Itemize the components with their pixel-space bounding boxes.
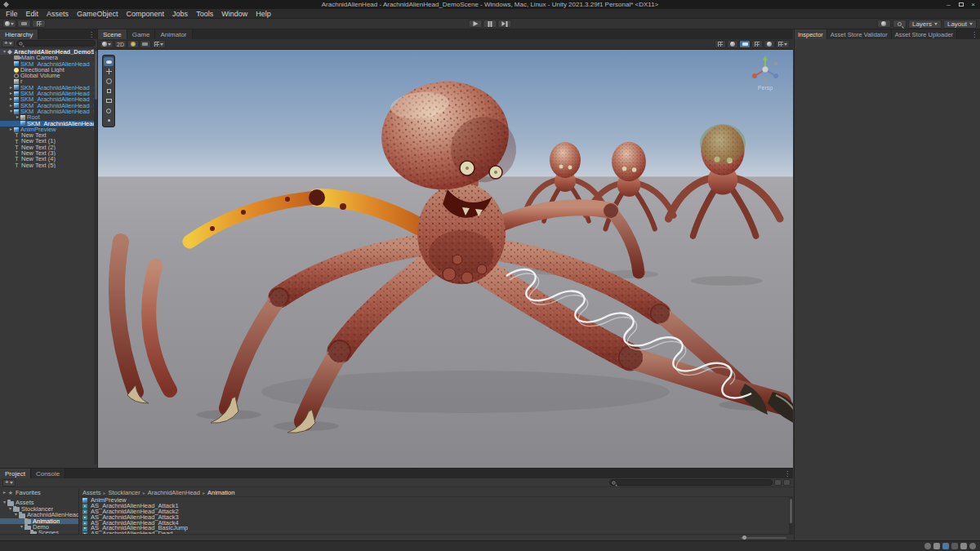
create-object-button[interactable]: + (2, 40, 15, 47)
expander-icon[interactable]: ▾ (7, 506, 13, 512)
expander-icon[interactable]: ▸ (8, 91, 14, 96)
search-button[interactable] (893, 20, 906, 28)
hierarchy-item[interactable]: ▾ArachnidAlienHead_DemoScene (0, 49, 97, 55)
menu-assets[interactable]: Assets (42, 9, 73, 18)
project-tree-item[interactable]: ▾Demo (0, 524, 78, 530)
2d-toggle-button[interactable]: 2D (114, 40, 127, 48)
menu-jobs[interactable]: Jobs (168, 9, 192, 18)
hierarchy-item[interactable]: ▸SKM_ArachnidAlienHead (4)› (0, 103, 97, 109)
hierarchy-item[interactable]: TNew Text (2) (0, 144, 97, 150)
expander-icon[interactable]: ▾ (13, 512, 19, 518)
expander-icon[interactable]: ▾ (8, 109, 14, 114)
hierarchy-item[interactable]: ▸SKM_ArachnidAlienHead (1)› (0, 85, 97, 91)
scene-toolbar-button[interactable] (715, 40, 726, 48)
scrollbar-thumb[interactable] (95, 51, 97, 100)
project-file-item[interactable]: AS_ArachnidAlienHead_Attack2 (79, 509, 793, 515)
hierarchy-item[interactable]: ▸Root (0, 114, 97, 120)
progress-icon[interactable] (924, 543, 931, 549)
version-control-button[interactable] (32, 20, 46, 28)
tab-scene[interactable]: Scene (98, 29, 127, 39)
project-file-item[interactable]: AS_ArachnidAlienHead_BasicJump (79, 526, 793, 531)
search-by-label-button[interactable] (783, 479, 791, 486)
scrollbar-thumb[interactable] (790, 499, 792, 523)
scene-orientation-gizmo[interactable]: Persp (747, 54, 783, 91)
layers-dropdown[interactable]: Layers (908, 20, 942, 29)
tab-game[interactable]: Game (127, 29, 156, 39)
cloud-button[interactable] (17, 20, 31, 28)
tab-console[interactable]: Console (31, 469, 65, 478)
scene-3d-render[interactable] (98, 39, 793, 468)
view-tool-button[interactable] (104, 57, 114, 66)
expander-icon[interactable]: ▸ (8, 96, 14, 102)
activity-indicator-icon[interactable] (969, 543, 976, 549)
lighting-toggle-button[interactable] (127, 40, 139, 48)
slider-thumb[interactable] (742, 535, 746, 540)
scale-tool-button[interactable] (104, 87, 114, 96)
breadcrumb-item[interactable]: Assets (82, 489, 101, 496)
move-tool-button[interactable] (104, 67, 114, 76)
breadcrumb-item[interactable]: Stocklancer (109, 489, 140, 496)
pause-button[interactable] (483, 20, 497, 28)
asset-zoom-slider[interactable] (741, 537, 786, 539)
expander-icon[interactable]: ▸ (8, 85, 14, 91)
expander-icon[interactable]: ▸ (15, 114, 20, 120)
project-tree-item[interactable]: ▾ArachnidAlienHead (0, 512, 78, 518)
project-tree-item[interactable]: Animation (0, 518, 78, 524)
hierarchy-item[interactable]: Directional Light (0, 67, 97, 73)
expander-icon[interactable]: ▾ (2, 500, 7, 505)
tab-asset-store-validator[interactable]: Asset Store Validator (827, 29, 892, 39)
cache-server-icon[interactable] (951, 543, 958, 549)
maximize-button[interactable] (955, 0, 967, 9)
close-button[interactable]: × (967, 0, 979, 9)
hierarchy-item[interactable]: ▸SKM_ArachnidAlienHead (2)› (0, 91, 97, 96)
hierarchy-item[interactable]: ▸SKM_ArachnidAlienHead (3)› (0, 96, 97, 102)
menu-edit[interactable]: Edit (22, 9, 43, 18)
project-tree-item[interactable]: ▾Stocklancer (0, 506, 78, 512)
expander-icon[interactable]: ▾ (19, 524, 24, 530)
scene-toolbar-button[interactable] (727, 40, 738, 48)
projection-mode-label[interactable]: Persp (747, 85, 783, 91)
project-tree-item[interactable]: ▸★Favorites (0, 490, 78, 495)
panel-menu-icon[interactable]: ⋮ (782, 469, 793, 478)
play-button[interactable] (469, 20, 483, 28)
step-button[interactable] (498, 20, 512, 28)
scene-camera-button[interactable] (739, 40, 751, 48)
draw-mode-dropdown[interactable] (100, 40, 114, 48)
project-file-item[interactable]: AnimPreview (79, 498, 793, 504)
scene-viewport[interactable]: 2D (98, 39, 793, 468)
console-log-icon[interactable] (933, 543, 940, 549)
menu-tools[interactable]: Tools (192, 9, 217, 18)
rotate-tool-button[interactable] (104, 77, 114, 86)
menu-gameobject[interactable]: GameObject (73, 9, 122, 18)
hierarchy-item[interactable]: SKM_ArachnidAlienHead (0, 121, 97, 127)
tab-project[interactable]: Project (0, 469, 31, 478)
create-asset-button[interactable]: + (2, 479, 16, 487)
hierarchy-item[interactable]: TNew Text (5) (0, 162, 97, 168)
expander-icon[interactable]: ▸ (2, 490, 7, 495)
project-file-item[interactable]: AS_ArachnidAlienHead_Attack3 (79, 515, 793, 521)
panel-menu-icon[interactable]: ⋮ (969, 29, 980, 39)
custom-tool-button[interactable] (104, 116, 114, 125)
tab-inspector[interactable]: Inspector (795, 29, 827, 39)
cloud-status-icon[interactable] (942, 543, 949, 549)
breadcrumb-item[interactable]: Animation (207, 489, 234, 496)
hierarchy-search-input[interactable] (16, 40, 96, 47)
effects-dropdown[interactable] (152, 40, 166, 48)
hierarchy-scrollbar[interactable] (94, 49, 97, 464)
hierarchy-item[interactable]: TNew Text (0, 132, 97, 138)
tab-asset-store-uploader[interactable]: Asset Store Uploader (892, 29, 957, 39)
hierarchy-item[interactable]: Main Camera (0, 55, 97, 60)
gizmos-dropdown[interactable] (776, 40, 790, 48)
hierarchy-item[interactable]: SKM_ArachnidAlienHead› (0, 61, 97, 67)
search-by-type-button[interactable] (774, 479, 782, 486)
menu-component[interactable]: Component (122, 9, 169, 18)
hierarchy-item[interactable]: Global Volume (0, 73, 97, 78)
hierarchy-item[interactable]: ▸AnimPreview› (0, 127, 97, 132)
hierarchy-item[interactable]: TNew Text (4) (0, 156, 97, 162)
project-file-item[interactable]: AS_ArachnidAlienHead_Attack4 (79, 521, 793, 527)
scene-toolbar-button[interactable] (751, 40, 763, 48)
expander-icon[interactable]: ▾ (2, 49, 7, 55)
transform-tool-button[interactable] (104, 106, 114, 115)
breadcrumb-item[interactable]: ArachnidAlienHead (148, 489, 200, 496)
hierarchy-item[interactable]: TNew Text (1) (0, 138, 97, 144)
